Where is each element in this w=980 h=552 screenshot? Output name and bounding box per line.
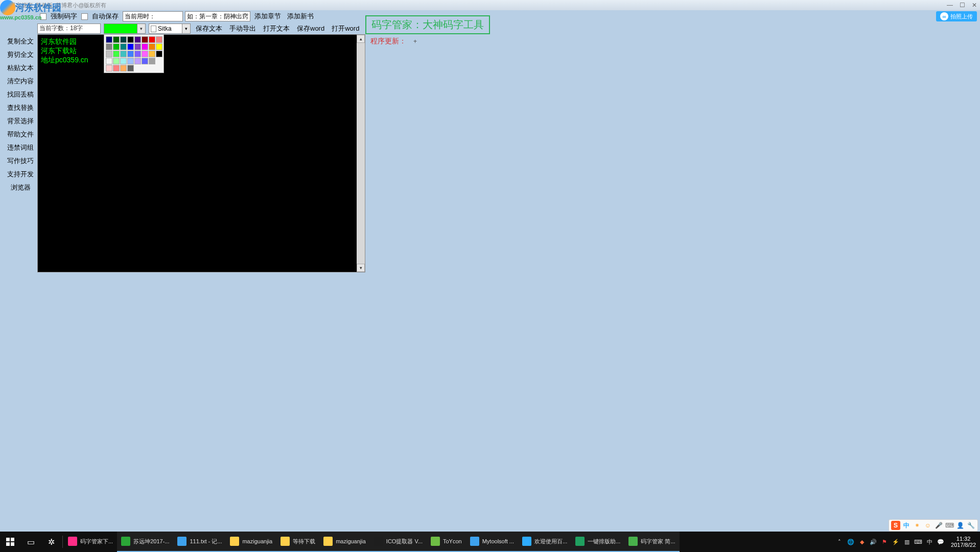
color-swatch[interactable] bbox=[127, 36, 134, 43]
save-text-button[interactable]: 保存文本 bbox=[194, 24, 224, 33]
sidebar-item-6[interactable]: 背景选择 bbox=[5, 114, 36, 128]
ime-emoji-icon[interactable]: ☺ bbox=[923, 521, 932, 530]
tray-bolt-icon[interactable]: ⚡ bbox=[892, 538, 900, 546]
maximize-icon[interactable]: ☐ bbox=[959, 2, 966, 9]
elapsed-time-field[interactable] bbox=[123, 11, 183, 21]
sogou-icon[interactable]: S bbox=[891, 521, 900, 530]
ime-lang-label[interactable]: 中 bbox=[902, 521, 911, 530]
color-swatch[interactable] bbox=[113, 58, 120, 64]
color-swatch[interactable] bbox=[142, 58, 148, 64]
color-swatch[interactable] bbox=[106, 58, 112, 64]
color-swatch[interactable] bbox=[113, 51, 120, 57]
add-chapter-button[interactable]: 添加章节 bbox=[252, 12, 283, 21]
tray-flag-icon[interactable]: ⚑ bbox=[880, 538, 889, 546]
color-swatch[interactable] bbox=[127, 51, 134, 57]
tray-notify-icon[interactable]: 💬 bbox=[937, 538, 945, 546]
sidebar-item-1[interactable]: 剪切全文 bbox=[5, 48, 36, 61]
color-swatch[interactable] bbox=[156, 36, 162, 43]
task-view-icon[interactable]: ▭ bbox=[20, 532, 41, 552]
ime-user-icon[interactable]: 👤 bbox=[955, 521, 965, 530]
color-swatch[interactable] bbox=[127, 43, 134, 50]
taskbar-item[interactable]: maziguanjia bbox=[226, 532, 276, 552]
color-swatch[interactable] bbox=[127, 58, 134, 64]
color-swatch[interactable] bbox=[134, 43, 141, 50]
color-swatch[interactable] bbox=[134, 36, 141, 43]
taskbar-item[interactable]: 欢迎使用百... bbox=[518, 532, 571, 552]
add-book-button[interactable]: 添加新书 bbox=[285, 12, 316, 21]
taskbar-item[interactable]: maziguanjia bbox=[319, 532, 370, 552]
color-swatch[interactable] bbox=[113, 36, 120, 43]
taskbar-item[interactable]: 码字管家下... bbox=[64, 532, 117, 552]
color-swatch[interactable] bbox=[120, 58, 127, 64]
taskbar-item[interactable]: Mytoolsoft ... bbox=[466, 532, 518, 552]
color-swatch[interactable] bbox=[113, 43, 120, 50]
tray-ime-icon[interactable]: 中 bbox=[925, 538, 934, 546]
open-word-button[interactable]: 打开word bbox=[330, 24, 361, 33]
tray-shield-icon[interactable]: ◆ bbox=[858, 538, 866, 546]
ime-tool-icon[interactable]: 🔧 bbox=[966, 521, 975, 530]
color-swatch[interactable] bbox=[149, 36, 155, 43]
sidebar-item-2[interactable]: 粘贴文本 bbox=[5, 61, 36, 75]
chevron-down-icon[interactable]: ▾ bbox=[182, 24, 190, 33]
sidebar-item-7[interactable]: 帮助文件 bbox=[5, 128, 36, 141]
font-dropdown[interactable]: Sitka ▾ bbox=[149, 24, 191, 34]
color-swatch[interactable] bbox=[134, 58, 141, 64]
sidebar-item-4[interactable]: 找回丢稿 bbox=[5, 88, 36, 101]
color-swatch[interactable] bbox=[142, 43, 148, 50]
sidebar-item-11[interactable]: 浏览器 bbox=[5, 181, 36, 194]
open-text-button[interactable]: 打开文本 bbox=[261, 24, 292, 33]
sidebar-item-8[interactable]: 违禁词组 bbox=[5, 141, 36, 154]
sidebar-item-9[interactable]: 写作技巧 bbox=[5, 154, 36, 168]
sidebar-item-10[interactable]: 支持开发 bbox=[5, 168, 36, 181]
manual-export-button[interactable]: 手动导出 bbox=[227, 24, 258, 33]
start-button[interactable] bbox=[0, 532, 20, 552]
color-swatch[interactable] bbox=[106, 65, 112, 72]
chevron-down-icon[interactable]: ▾ bbox=[137, 24, 145, 33]
ime-keyboard-icon[interactable]: ⌨ bbox=[945, 521, 954, 530]
upload-button[interactable]: ∞ 拍照上传 bbox=[936, 11, 977, 21]
color-swatch[interactable] bbox=[149, 43, 155, 50]
force-type-checkbox[interactable] bbox=[40, 13, 46, 20]
autosave-label[interactable]: 自动保存 bbox=[90, 12, 121, 21]
tray-display-icon[interactable]: ▥ bbox=[903, 538, 911, 546]
color-swatch[interactable] bbox=[134, 51, 141, 57]
color-swatch[interactable] bbox=[120, 51, 127, 57]
autosave-checkbox[interactable] bbox=[81, 13, 88, 20]
taskbar-item[interactable]: 码字管家 简... bbox=[624, 532, 679, 552]
taskbar-item[interactable]: 等待下载 bbox=[276, 532, 319, 552]
scroll-up-icon[interactable]: ▴ bbox=[357, 35, 365, 43]
chapter-title-input[interactable] bbox=[185, 11, 250, 21]
ime-toolbar[interactable]: S 中 ⁕ ☺ 🎤 ⌨ 👤 🔧 bbox=[889, 519, 978, 532]
tray-keyboard-icon[interactable]: ⌨ bbox=[914, 538, 922, 546]
color-swatch[interactable] bbox=[149, 51, 155, 57]
ime-punct-icon[interactable]: ⁕ bbox=[913, 521, 922, 530]
color-swatch[interactable] bbox=[106, 51, 112, 57]
taskbar-item[interactable]: 苏远坤2017-... bbox=[117, 532, 173, 552]
color-swatch[interactable] bbox=[156, 51, 162, 57]
save-word-button[interactable]: 保存word bbox=[295, 24, 326, 33]
color-swatch[interactable] bbox=[106, 36, 112, 43]
tray-volume-icon[interactable]: 🔊 bbox=[869, 538, 877, 546]
color-swatch[interactable] bbox=[113, 65, 120, 72]
force-type-label[interactable]: 强制码字 bbox=[49, 12, 79, 21]
color-swatch[interactable] bbox=[149, 58, 155, 64]
color-swatch[interactable] bbox=[156, 43, 162, 50]
taskbar-item[interactable]: 111.txt - 记... bbox=[173, 532, 226, 552]
tray-chevron-up-icon[interactable]: ˄ bbox=[835, 538, 844, 546]
taskbar-item[interactable]: 一键排版助... bbox=[571, 532, 624, 552]
color-swatch[interactable] bbox=[127, 65, 134, 72]
color-swatch[interactable] bbox=[142, 51, 148, 57]
color-dropdown[interactable]: ▾ bbox=[104, 24, 146, 34]
tray-browser-icon[interactable]: 🌐 bbox=[847, 538, 855, 546]
plus-icon[interactable]: + bbox=[413, 38, 417, 45]
ime-mic-icon[interactable]: 🎤 bbox=[934, 521, 943, 530]
sidebar-item-5[interactable]: 查找替换 bbox=[5, 101, 36, 114]
color-swatch[interactable] bbox=[120, 65, 127, 72]
color-swatch[interactable] bbox=[120, 36, 127, 43]
scroll-down-icon[interactable]: ▾ bbox=[357, 264, 365, 272]
editor-scrollbar[interactable]: ▴ ▾ bbox=[357, 35, 365, 272]
editor-textarea[interactable]: 河东软件园 河东下载站 地址pc0359.cn bbox=[38, 35, 357, 272]
sidebar-item-3[interactable]: 清空内容 bbox=[5, 75, 36, 88]
color-swatch[interactable] bbox=[142, 36, 148, 43]
color-swatch[interactable] bbox=[120, 43, 127, 50]
